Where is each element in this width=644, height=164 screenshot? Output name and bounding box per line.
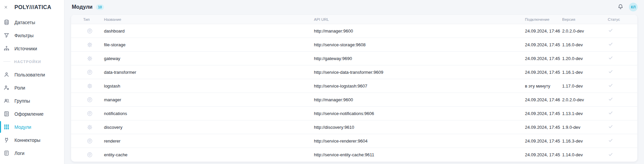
filter-icon — [3, 32, 10, 39]
module-connection: в эту минуту — [525, 84, 562, 89]
column-version: Версия — [562, 17, 604, 21]
module-connection: 24.09.2024, 17:45 — [525, 125, 562, 130]
table-body: dashboardhttp://manager:960024.09.2024, … — [71, 24, 637, 162]
module-api-url: http://service-storage:9608 — [314, 42, 525, 47]
layout-icon — [3, 111, 10, 117]
sidebar-item-logs[interactable]: Логи — [0, 147, 64, 160]
module-api-url: http://discovery:9610 — [314, 125, 525, 130]
table-row[interactable]: managerhttp://manager:960024.09.2024, 17… — [71, 93, 637, 107]
table-row[interactable]: data-transformerhttp://service-data-tran… — [71, 65, 637, 79]
sidebar-item-roles[interactable]: Роли — [0, 81, 64, 94]
sidebar-item-appearance[interactable]: Оформление — [0, 107, 64, 120]
close-icon[interactable] — [3, 4, 9, 10]
module-name: dashboard — [104, 29, 314, 34]
status-check-icon — [608, 28, 613, 33]
module-api-url: http://service-logstash:9607 — [314, 84, 525, 89]
sidebar-item-users[interactable]: Пользователи — [0, 68, 64, 81]
module-name: logstash — [104, 84, 314, 89]
module-connection: 24.09.2024, 17:46 — [525, 97, 562, 102]
sidebar-item-groups[interactable]: Группы — [0, 94, 64, 107]
modules-count-badge: 10 — [96, 4, 104, 10]
module-logo-icon — [87, 110, 93, 117]
module-api-url: http://manager:9600 — [314, 97, 525, 102]
sidebar-item-datasets[interactable]: Датасеты — [0, 16, 64, 29]
sidebar-item-sources[interactable]: Источники — [0, 42, 64, 55]
table-row[interactable]: logstashhttp://service-logstash:9607в эт… — [71, 79, 637, 93]
modules-icon — [3, 124, 10, 130]
module-name: data-transformer — [104, 70, 314, 75]
table-row[interactable]: notificationshttp://service-notification… — [71, 107, 637, 120]
status-check-icon — [608, 152, 613, 157]
module-name: entity-cache — [104, 152, 314, 157]
column-name: Название — [104, 17, 314, 21]
module-logo-icon — [87, 138, 93, 144]
status-check-icon — [608, 55, 613, 61]
module-connection: 24.09.2024, 17:45 — [525, 42, 562, 47]
avatar[interactable]: КЛ — [629, 3, 638, 11]
plug-icon — [3, 137, 10, 143]
sidebar-item-filters[interactable]: Фильтры — [0, 29, 64, 42]
module-connection: 24.09.2024, 17:45 — [525, 70, 562, 75]
module-api-url: http://service-data-transformer:9609 — [314, 70, 525, 75]
module-name: gateway — [104, 56, 314, 61]
group-icon — [3, 98, 10, 104]
module-logo-icon — [87, 97, 93, 103]
column-type: Тип — [83, 17, 104, 21]
module-connection: 24.09.2024, 17:45 — [525, 56, 562, 61]
sidebar-item-modules[interactable]: Модули — [0, 120, 64, 133]
column-api-url: API URL — [314, 17, 525, 21]
status-check-icon — [608, 124, 613, 129]
topbar: Модули 10 КЛ — [64, 0, 644, 14]
brand-row: POLY///ATICA — [0, 0, 64, 14]
module-connection: 24.09.2024, 17:45 — [525, 139, 562, 144]
gear-icon — [87, 55, 93, 62]
module-version: 1.20.0-dev — [562, 56, 604, 61]
status-check-icon — [608, 110, 613, 116]
module-logo-icon — [87, 28, 93, 34]
module-api-url: http://gateway:9690 — [314, 56, 525, 61]
table-row[interactable]: rendererhttp://service-renderer:960424.0… — [71, 134, 637, 148]
database-icon — [3, 19, 10, 25]
brand-logo: POLY///ATICA — [14, 4, 51, 10]
section-divider — [3, 61, 10, 62]
logs-icon — [3, 150, 10, 156]
table-row[interactable]: dashboardhttp://manager:960024.09.2024, … — [71, 24, 637, 38]
module-logo-icon — [87, 69, 93, 75]
user-icon — [3, 71, 10, 78]
column-status: Статус — [604, 17, 637, 21]
sidebar: POLY///ATICA ДатасетыФильтрыИсточникиНАС… — [0, 0, 64, 164]
module-name: file-storage — [104, 42, 314, 47]
status-check-icon — [608, 83, 613, 88]
module-logo-icon — [87, 152, 93, 158]
table-row[interactable]: gatewayhttp://gateway:969024.09.2024, 17… — [71, 52, 637, 65]
module-version: 2.0.2.0-dev — [562, 29, 604, 34]
module-version: 2.0.2.0-dev — [562, 97, 604, 102]
gear-icon — [87, 124, 93, 130]
module-name: manager — [104, 97, 314, 102]
table-row[interactable]: entity-cachehttp://service-entity-cache:… — [71, 148, 637, 162]
module-connection: 24.09.2024, 17:46 — [525, 29, 562, 34]
gear-icon — [87, 42, 93, 48]
table-row[interactable]: discoveryhttp://discovery:961024.09.2024… — [71, 120, 637, 134]
sidebar-nav: ДатасетыФильтрыИсточникиНАСТРОЙКИПользов… — [0, 14, 64, 160]
modules-table: Тип Название API URL Подключение Версия … — [71, 15, 637, 162]
status-check-icon — [608, 96, 613, 102]
sources-icon — [3, 45, 10, 52]
module-name: renderer — [104, 139, 314, 144]
module-connection: 24.09.2024, 17:45 — [525, 111, 562, 116]
sidebar-item-connectors[interactable]: Коннекторы — [0, 133, 64, 147]
table-row[interactable]: file-storagehttp://service-storage:96082… — [71, 38, 637, 52]
table-header: Тип Название API URL Подключение Версия … — [71, 15, 637, 24]
module-name: discovery — [104, 125, 314, 130]
module-api-url: http://service-renderer:9604 — [314, 139, 525, 144]
module-version: 1.9.0-dev — [562, 125, 604, 130]
module-version: 1.16.1-dev — [562, 70, 604, 75]
module-version: 1.16.3-dev — [562, 139, 604, 144]
status-check-icon — [608, 41, 613, 47]
role-icon — [3, 85, 10, 91]
module-connection: 24.09.2024, 17:45 — [525, 152, 562, 157]
status-check-icon — [608, 138, 613, 143]
bell-icon[interactable] — [617, 3, 625, 11]
page-title: Модули — [72, 4, 93, 10]
module-name: notifications — [104, 111, 314, 116]
